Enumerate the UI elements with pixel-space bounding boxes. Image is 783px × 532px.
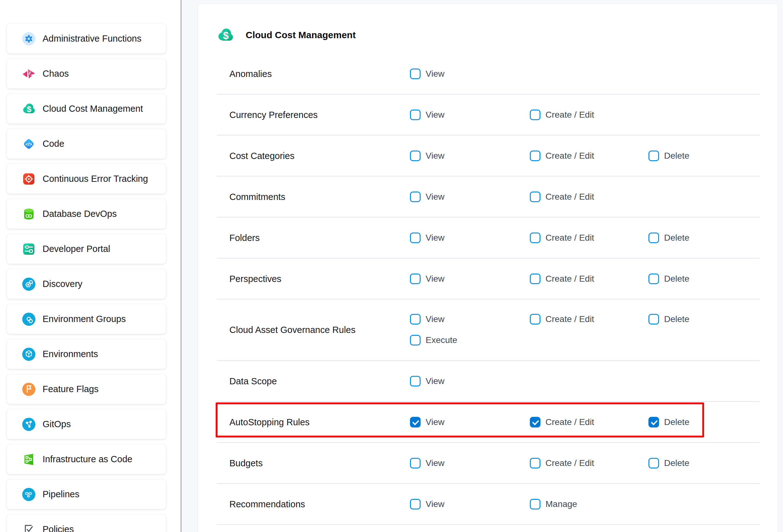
autostopping-rules-delete-checkbox[interactable]: [649, 417, 659, 428]
currency-preferences-create-edit-permission: Create / Edit: [530, 109, 594, 120]
resource-label: Budgets: [229, 458, 262, 468]
sidebar-item-label: Infrastructure as Code: [42, 454, 132, 464]
budgets-create-edit-checkbox[interactable]: [530, 458, 540, 468]
checkbox-policy-icon: [22, 523, 36, 532]
permission-label: Delete: [664, 417, 689, 427]
circuit-icon: [22, 452, 36, 466]
permission-label: Execute: [426, 335, 457, 345]
budgets-view-checkbox[interactable]: [410, 458, 420, 468]
resource-label: Commitments: [229, 191, 285, 202]
sidebar-item-administrative-functions[interactable]: Administrative Functions: [7, 24, 166, 54]
sidebar-item-label: Developer Portal: [42, 244, 110, 254]
sidebar-item-label: Cloud Cost Management: [42, 103, 143, 114]
resource-label: Anomalies: [229, 68, 272, 79]
perspectives-delete-checkbox[interactable]: [649, 274, 659, 284]
sidebar-item-cloud-cost-management[interactable]: $Cloud Cost Management: [7, 94, 166, 124]
permission-label: View: [426, 192, 444, 202]
sidebar-item-continuous-error-tracking[interactable]: Continuous Error Tracking: [7, 164, 166, 194]
cost-categories-delete-checkbox[interactable]: [649, 151, 659, 161]
budgets-create-edit-permission: Create / Edit: [530, 458, 594, 468]
permission-label: View: [426, 233, 444, 243]
sidebar-item-label: Chaos: [42, 68, 69, 79]
cube-icon: [22, 347, 36, 361]
commitments-create-edit-permission: Create / Edit: [530, 191, 594, 202]
resource-label: Cost Categories: [229, 151, 294, 161]
sidebar-item-feature-flags[interactable]: Feature Flags: [7, 374, 166, 404]
cloud-cost-management-icon: $: [217, 27, 234, 44]
cloud-asset-governance-rules-create-edit-checkbox[interactable]: [530, 314, 540, 324]
recommendations-manage-permission: Manage: [530, 499, 577, 509]
permission-label: Create / Edit: [545, 192, 594, 202]
autostopping-rules-create-edit-checkbox[interactable]: [530, 417, 540, 428]
permission-row-data-scope: Data ScopeView: [217, 361, 760, 402]
autostopping-rules-view-permission: View: [410, 417, 444, 428]
svg-text:$: $: [223, 30, 229, 41]
sidebar-item-infrastructure-as-code[interactable]: Infrastructure as Code: [7, 444, 166, 474]
svg-text:</>: </>: [25, 142, 32, 147]
permission-label: Delete: [664, 314, 689, 324]
permission-label: Create / Edit: [545, 274, 594, 284]
cloud-asset-governance-rules-view-checkbox[interactable]: [410, 314, 420, 324]
cloud-asset-governance-rules-execute-permission: Execute: [410, 335, 457, 345]
perspectives-view-checkbox[interactable]: [410, 274, 420, 284]
git-nodes-icon: [22, 417, 36, 431]
sidebar-item-database-devops[interactable]: Database DevOps: [7, 199, 166, 229]
currency-preferences-create-edit-checkbox[interactable]: [530, 109, 540, 120]
autostopping-rules-view-checkbox[interactable]: [410, 417, 420, 428]
sidebar-item-label: Policies: [42, 524, 74, 532]
commitments-view-permission: View: [410, 191, 444, 202]
permission-label: View: [426, 314, 444, 324]
panel-header: $ Cloud Cost Management: [198, 4, 778, 54]
sidebar-item-code[interactable]: </>Code: [7, 129, 166, 159]
permission-row-folders: FoldersViewCreate / EditDelete: [217, 218, 760, 258]
folders-delete-checkbox[interactable]: [649, 232, 659, 243]
sidebar-item-gitops[interactable]: GitOps: [7, 409, 166, 439]
cloud-dollar-icon: $: [22, 102, 36, 116]
data-scope-view-checkbox[interactable]: [410, 376, 420, 386]
cost-categories-view-permission: View: [410, 151, 444, 161]
chain-icon: [22, 488, 36, 501]
module-sidebar-list: Administrative FunctionsChaos$Cloud Cost…: [7, 24, 166, 532]
autostopping-rules-create-edit-permission: Create / Edit: [530, 417, 594, 428]
permissions-card: $ Cloud Cost Management AnomaliesViewCur…: [198, 4, 778, 532]
permission-label: Create / Edit: [545, 458, 594, 468]
perspectives-create-edit-checkbox[interactable]: [530, 274, 540, 284]
permission-label: Delete: [664, 233, 689, 243]
currency-preferences-view-checkbox[interactable]: [410, 109, 420, 120]
code-icon: </>: [22, 137, 36, 151]
recommendations-manage-checkbox[interactable]: [530, 499, 540, 509]
sidebar-item-environment-groups[interactable]: Environment Groups: [7, 304, 166, 334]
permission-rows: AnomaliesViewCurrency PreferencesViewCre…: [217, 54, 760, 525]
recommendations-view-checkbox[interactable]: [410, 499, 420, 509]
cost-categories-view-checkbox[interactable]: [410, 151, 420, 161]
sidebar-item-label: GitOps: [42, 419, 71, 429]
permission-label: Create / Edit: [545, 110, 594, 120]
folders-create-edit-checkbox[interactable]: [530, 232, 540, 243]
cloud-asset-governance-rules-create-edit-permission: Create / Edit: [530, 314, 594, 324]
folders-view-checkbox[interactable]: [410, 232, 420, 243]
sidebar-item-chaos[interactable]: Chaos: [7, 59, 166, 89]
cloud-asset-governance-rules-execute-checkbox[interactable]: [410, 335, 420, 345]
commitments-view-checkbox[interactable]: [410, 191, 420, 202]
database-icon: [22, 207, 36, 221]
budgets-delete-checkbox[interactable]: [649, 458, 659, 468]
resource-label: Cloud Asset Governance Rules: [229, 325, 355, 335]
cost-categories-create-edit-permission: Create / Edit: [530, 151, 594, 161]
cloud-asset-governance-rules-delete-checkbox[interactable]: [649, 314, 659, 324]
cost-categories-create-edit-checkbox[interactable]: [530, 151, 540, 161]
folders-view-permission: View: [410, 232, 444, 243]
chaos-icon: [22, 67, 36, 81]
permission-row-autostopping-rules: AutoStopping RulesViewCreate / EditDelet…: [217, 402, 760, 443]
sidebar-item-policies[interactable]: Policies: [7, 514, 166, 532]
cloud-asset-governance-rules-delete-permission: Delete: [649, 314, 689, 324]
commitments-create-edit-checkbox[interactable]: [530, 191, 540, 202]
sidebar-item-environments[interactable]: Environments: [7, 339, 166, 369]
currency-preferences-view-permission: View: [410, 109, 444, 120]
sidebar-item-pipelines[interactable]: Pipelines: [7, 479, 166, 509]
sidebar-item-discovery[interactable]: Discovery: [7, 269, 166, 299]
anomalies-view-permission: View: [410, 68, 444, 79]
anomalies-view-checkbox[interactable]: [410, 68, 420, 79]
resource-label: Currency Preferences: [229, 109, 318, 120]
permission-label: View: [426, 499, 444, 509]
sidebar-item-developer-portal[interactable]: Developer Portal: [7, 234, 166, 264]
